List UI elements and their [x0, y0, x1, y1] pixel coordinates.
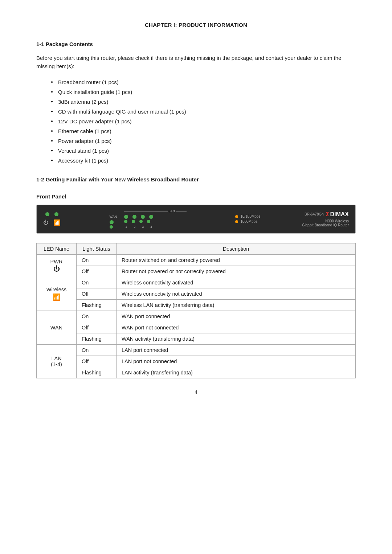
lan-desc-off: LAN port not connected [117, 356, 356, 367]
table-row: Flashing Wireless LAN activity (transfer… [37, 299, 356, 311]
led-lan3-top [141, 215, 145, 219]
pwr-status-off: Off [77, 266, 117, 277]
list-item: Power adapter (1 pcs) [51, 136, 356, 146]
led-lan3-bot [139, 220, 143, 223]
led-table: LED Name Light Status Description PWR ⏻ … [36, 243, 356, 378]
led-lan2-top [132, 215, 136, 219]
speed-label-100: 10/100Mbps [240, 214, 260, 218]
list-item: Ethernet cable (1 pcs) [51, 126, 356, 136]
list-item: Broadband router (1 pcs) [51, 77, 356, 87]
pwr-status-on: On [77, 254, 117, 266]
list-item: 12V DC power adapter (1 pcs) [51, 116, 356, 126]
wireless-status-flash: Flashing [77, 299, 117, 311]
lan-label: LAN [168, 209, 175, 213]
model-code: BR-6478Gn [305, 212, 324, 216]
table-row: Wireless 📶 On Wireless connectivity acti… [37, 277, 356, 288]
table-row: Off Router not powered or not correctly … [37, 266, 356, 277]
wan-status-off: Off [77, 322, 117, 333]
led-dot-wifi [54, 212, 58, 216]
led-wan-top [110, 220, 114, 224]
table-row: Flashing LAN activity (transferring data… [37, 367, 356, 378]
led-lan1-top [124, 215, 128, 219]
lan-desc-flash: LAN activity (transferring data) [117, 367, 356, 378]
power-icon-cell: ⏻ [42, 265, 71, 273]
brand-section: BR-6478Gn Σ DIMAX N300 Wireless Gigabit … [302, 211, 349, 227]
wifi-icon: 📶 [53, 219, 61, 226]
wan-status-flash: Flashing [77, 333, 117, 344]
speed-dot-100 [235, 215, 238, 218]
led-name-lan: LAN(1-4) [37, 344, 77, 378]
pwr-desc-off: Router not powered or not correctly powe… [117, 266, 356, 277]
list-item: Quick installation guide (1 pcs) [51, 87, 356, 97]
port-num-2: 2 [132, 225, 136, 229]
led-dot-power [45, 212, 49, 216]
wan-status-on: On [77, 311, 117, 322]
front-panel-label: Front Panel [36, 193, 356, 200]
led-lan4-top [149, 215, 153, 219]
speed-dot-1000 [235, 220, 238, 223]
list-item: CD with multi-language QIG and user manu… [51, 107, 356, 116]
table-row: Off LAN port not connected [37, 356, 356, 367]
wireless-desc-on: Wireless connectivity activated [117, 277, 356, 288]
led-lan2-bot [132, 220, 135, 223]
led-name-pwr: PWR ⏻ [37, 254, 77, 277]
led-name-wireless: Wireless 📶 [37, 277, 77, 311]
brand-n300: N300 Wireless [302, 219, 349, 223]
edimax-logo: Σ DIMAX [326, 211, 349, 218]
led-wan-bot [110, 225, 113, 229]
lan-status-on: On [77, 344, 117, 356]
table-header-status: Light Status [77, 243, 117, 254]
page-number: 4 [36, 389, 356, 395]
port-numbers: 1 2 3 4 [124, 225, 187, 229]
package-contents-list: Broadband router (1 pcs) Quick installat… [51, 77, 356, 165]
wan-desc-flash: WAN activity (transferring data) [117, 333, 356, 344]
table-row: LAN(1-4) On LAN port connected [37, 344, 356, 356]
section2-title: 1-2 Getting Familiar with Your New Wirel… [36, 176, 356, 182]
wan-desc-on: WAN port connected [117, 311, 356, 322]
port-num-4: 4 [149, 225, 153, 229]
lan-status-flash: Flashing [77, 367, 117, 378]
wireless-desc-flash: Wireless LAN activity (transferring data… [117, 299, 356, 311]
lan-desc-on: LAN port connected [117, 344, 356, 356]
table-row: WAN On WAN port connected [37, 311, 356, 322]
wireless-status-off: Off [77, 288, 117, 299]
speed-label-1000: 1000Mbps [240, 219, 257, 223]
list-item: Vertical stand (1 pcs) [51, 146, 356, 156]
router-panel-diagram: ⏻ 📶 WAN LAN [36, 205, 356, 234]
brand-router-desc: Gigabit Broadband iQ Router [302, 223, 349, 227]
power-icon: ⏻ [43, 219, 48, 225]
table-row: Off Wireless connectivity not activated [37, 288, 356, 299]
table-row: PWR ⏻ On Router switched on and correctl… [37, 254, 356, 266]
section1-title: 1-1 Package Contents [36, 41, 356, 47]
pwr-desc-on: Router switched on and correctly powered [117, 254, 356, 266]
list-item: 3dBi antenna (2 pcs) [51, 97, 356, 107]
speed-indicators: 10/100Mbps 1000Mbps [235, 214, 260, 223]
table-row: Flashing WAN activity (transferring data… [37, 333, 356, 344]
table-header-desc: Description [117, 243, 356, 254]
wireless-status-on: On [77, 277, 117, 288]
led-name-wan: WAN [37, 311, 77, 344]
chapter-title: CHAPTER I: PRODUCT INFORMATION [36, 22, 356, 28]
wifi-icon-cell: 📶 [42, 293, 71, 301]
port-num-3: 3 [141, 225, 145, 229]
table-row: Off WAN port not connected [37, 322, 356, 333]
table-header-name: LED Name [37, 243, 77, 254]
list-item: Accessory kit (1 pcs) [51, 156, 356, 165]
wan-desc-off: WAN port not connected [117, 322, 356, 333]
led-lan4-bot [147, 220, 150, 223]
section1-intro: Before you start using this router, plea… [36, 54, 356, 71]
wireless-desc-off: Wireless connectivity not activated [117, 288, 356, 299]
port-num-1: 1 [124, 225, 128, 229]
brand-e: Σ [326, 211, 330, 218]
brand-rest: DIMAX [330, 211, 349, 218]
wan-label: WAN [110, 215, 117, 218]
led-lan1-bot [124, 220, 127, 223]
lan-status-off: Off [77, 356, 117, 367]
